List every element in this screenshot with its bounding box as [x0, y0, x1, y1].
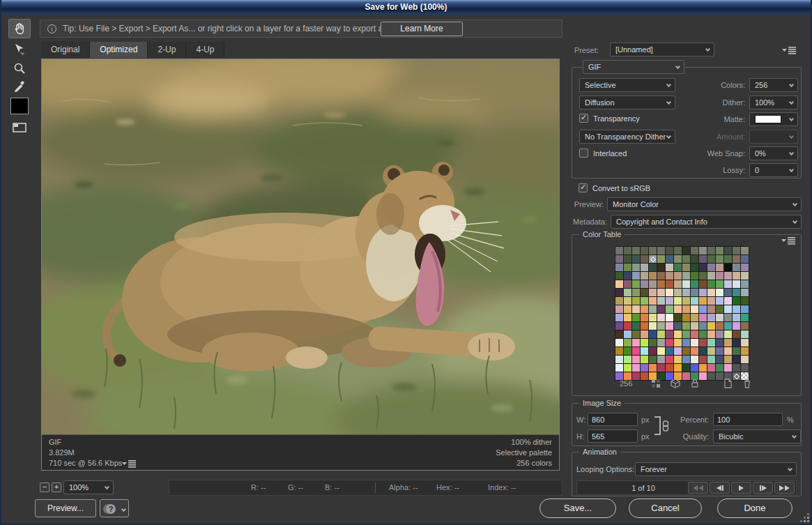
color-swatch[interactable]: [682, 297, 690, 305]
color-swatch[interactable]: [699, 314, 707, 321]
color-swatch[interactable]: [624, 247, 631, 254]
color-swatch[interactable]: [666, 247, 673, 254]
color-swatch[interactable]: [741, 364, 749, 372]
color-swatch[interactable]: [707, 347, 715, 355]
color-swatch[interactable]: [724, 339, 732, 347]
tab-2up[interactable]: 2-Up: [148, 42, 186, 58]
color-swatch[interactable]: [649, 322, 657, 330]
color-swatch[interactable]: [632, 339, 640, 347]
lossy-select[interactable]: 0: [749, 163, 798, 177]
color-swatch[interactable]: [707, 255, 715, 263]
color-swatch[interactable]: [666, 289, 673, 296]
color-swatch[interactable]: [641, 280, 648, 288]
interlaced-checkbox[interactable]: [579, 149, 588, 158]
color-swatch[interactable]: [707, 247, 715, 254]
color-swatch[interactable]: [641, 364, 648, 372]
color-swatch[interactable]: [615, 330, 623, 338]
color-swatch[interactable]: [657, 314, 665, 321]
color-swatch[interactable]: [733, 247, 740, 254]
color-swatch[interactable]: [666, 356, 673, 363]
color-swatch[interactable]: [649, 297, 657, 305]
color-swatch[interactable]: [691, 339, 698, 347]
color-swatch[interactable]: [624, 339, 631, 347]
color-swatch[interactable]: [724, 264, 732, 271]
color-swatch[interactable]: [733, 356, 740, 363]
web-snap-select[interactable]: 0%: [749, 146, 798, 160]
color-swatch[interactable]: [624, 322, 631, 330]
color-swatch[interactable]: [682, 247, 690, 254]
color-swatch[interactable]: [741, 339, 749, 347]
color-swatch[interactable]: [733, 347, 740, 355]
hand-tool[interactable]: [8, 19, 31, 38]
color-swatch[interactable]: [724, 314, 732, 321]
color-swatch[interactable]: [682, 364, 690, 372]
dither-amount-select[interactable]: 100%: [749, 96, 798, 109]
select-browser-button[interactable]: ?: [100, 499, 129, 517]
color-swatch[interactable]: [691, 280, 698, 288]
color-swatch[interactable]: [657, 280, 665, 288]
color-swatch[interactable]: [624, 280, 631, 288]
color-swatch[interactable]: [615, 272, 623, 280]
color-swatch[interactable]: [741, 289, 749, 296]
color-swatch[interactable]: [724, 364, 732, 372]
color-swatch[interactable]: [716, 289, 723, 296]
color-swatch[interactable]: [632, 280, 640, 288]
color-swatch[interactable]: [716, 280, 723, 288]
color-swatch[interactable]: [741, 314, 749, 321]
color-swatch[interactable]: [707, 339, 715, 347]
color-swatch[interactable]: [733, 339, 740, 347]
color-swatch[interactable]: [641, 305, 648, 313]
percent-input[interactable]: [713, 413, 783, 426]
color-swatch[interactable]: [741, 322, 749, 330]
color-swatch[interactable]: [724, 356, 732, 363]
color-swatch[interactable]: [666, 305, 673, 313]
color-swatch[interactable]: [641, 372, 648, 380]
color-swatch[interactable]: [733, 364, 740, 372]
color-swatch[interactable]: [699, 305, 707, 313]
color-swatch[interactable]: [733, 280, 740, 288]
tab-optimized[interactable]: Optimized: [90, 42, 148, 58]
color-swatch[interactable]: [649, 280, 657, 288]
color-swatch[interactable]: [707, 330, 715, 338]
color-swatch[interactable]: [615, 356, 623, 363]
color-swatch[interactable]: [699, 364, 707, 372]
color-swatch[interactable]: [707, 356, 715, 363]
title-bar[interactable]: Save for Web (100%): [1, 0, 811, 15]
color-swatch[interactable]: [615, 289, 623, 296]
color-swatch[interactable]: [657, 264, 665, 271]
color-swatch[interactable]: [632, 297, 640, 305]
color-swatch[interactable]: [632, 255, 640, 263]
done-button[interactable]: Done: [717, 499, 792, 518]
zoom-out-button[interactable]: −: [40, 482, 49, 492]
tab-original[interactable]: Original: [41, 42, 90, 58]
color-swatch[interactable]: [707, 297, 715, 305]
color-swatch[interactable]: [724, 255, 732, 263]
optimize-menu-icon[interactable]: [782, 45, 796, 57]
color-swatch[interactable]: [666, 330, 673, 338]
color-swatch[interactable]: [649, 272, 657, 280]
color-swatch[interactable]: [699, 280, 707, 288]
preview-photo[interactable]: [42, 59, 559, 434]
color-swatch[interactable]: [615, 255, 623, 263]
zoom-tool[interactable]: [8, 59, 31, 78]
color-swatch[interactable]: [615, 347, 623, 355]
preset-select[interactable]: [Unnamed]: [610, 43, 714, 56]
color-swatch[interactable]: [691, 330, 698, 338]
zoom-level-select[interactable]: 100%: [63, 480, 114, 494]
preview-select[interactable]: Monitor Color: [607, 197, 802, 211]
color-swatch[interactable]: [707, 280, 715, 288]
color-swatch[interactable]: [733, 272, 740, 280]
play-button[interactable]: [731, 482, 751, 494]
color-swatch[interactable]: [733, 255, 740, 263]
color-swatch[interactable]: [724, 297, 732, 305]
color-swatch[interactable]: [699, 356, 707, 363]
color-swatch[interactable]: [674, 314, 682, 321]
color-swatch[interactable]: [632, 322, 640, 330]
color-swatch[interactable]: [632, 356, 640, 363]
slice-select-tool[interactable]: [8, 40, 31, 59]
color-swatch[interactable]: [724, 322, 732, 330]
color-swatch[interactable]: [641, 314, 648, 321]
color-swatch[interactable]: [641, 347, 648, 355]
color-swatch[interactable]: [624, 297, 631, 305]
color-swatch[interactable]: [682, 289, 690, 296]
